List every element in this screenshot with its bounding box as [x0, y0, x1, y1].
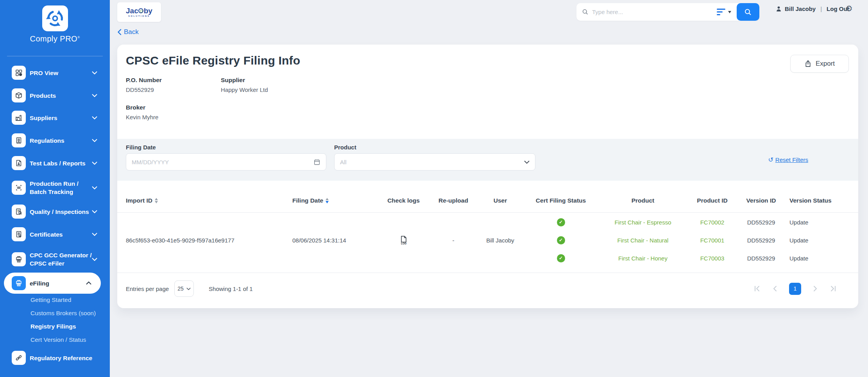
info-label: Broker: [126, 104, 158, 111]
export-label: Export: [816, 60, 835, 68]
cell-product[interactable]: First Chair - Espresso: [594, 213, 692, 231]
cell-version-status: Update: [789, 249, 850, 267]
jacoby-logo-emblem-icon: [138, 8, 143, 13]
user-name[interactable]: Bill Jacoby: [785, 5, 816, 12]
comply-pro-logo: Comply PRO®: [0, 5, 110, 43]
chevron-down-icon: [92, 116, 97, 120]
table-header-row: Import ID Filing Date Check logs Re-uplo…: [117, 188, 858, 213]
export-button[interactable]: Export: [790, 55, 849, 73]
sidebar-item-regulatory-reference[interactable]: Regulatory Reference: [0, 346, 110, 369]
col-header-product-id: Product ID: [692, 197, 733, 204]
logo-text: Comply PRO®: [0, 34, 110, 43]
svg-text:LOG: LOG: [401, 242, 406, 245]
pager: 1: [754, 283, 836, 295]
cell-product-id[interactable]: FC70001: [692, 231, 733, 249]
cell-filing-date: 08/06/2025 14:31:14: [292, 213, 373, 267]
user-menu: Bill Jacoby | Log Out: [776, 5, 849, 12]
next-page-button[interactable]: [813, 285, 818, 292]
sidebar-item-test-labs[interactable]: Test Labs / Reports: [0, 152, 110, 174]
cell-version-id: DD552929: [733, 249, 789, 267]
main-card: CPSC eFile Registry Filing Info Export P…: [117, 45, 858, 308]
check-icon: ✓: [557, 254, 565, 262]
col-header-import-id[interactable]: Import ID: [126, 197, 292, 204]
sidebar-item-quality[interactable]: Quality / Inspections: [0, 200, 110, 223]
sort-icon[interactable]: [155, 198, 158, 203]
factory-icon: [12, 111, 26, 125]
sidebar-item-products[interactable]: Products: [0, 84, 110, 107]
separator: |: [819, 5, 823, 12]
flask-report-icon: [12, 156, 26, 170]
barcode-icon: [12, 181, 26, 195]
export-icon: [804, 60, 812, 68]
cell-product[interactable]: First Chair - Natural: [594, 231, 692, 249]
sidebar-item-label: Regulations: [30, 136, 93, 145]
sidebar-item-label: Quality / Inspections: [30, 208, 93, 216]
col-header-filing-date[interactable]: Filing Date: [292, 197, 373, 204]
comply-pro-logo-icon: [42, 5, 68, 31]
info-label: Supplier: [221, 77, 268, 84]
log-file-icon[interactable]: LOG: [400, 235, 408, 245]
calendar-icon[interactable]: [313, 158, 320, 165]
previous-page-button[interactable]: [773, 285, 777, 292]
sidebar-subitem-getting-started[interactable]: Getting Started: [30, 296, 71, 303]
sidebar-item-cpc-gcc[interactable]: CPC GCC Generator /CPSC eFiler: [0, 247, 110, 272]
info-broker: Broker Kevin Myhre: [126, 104, 158, 120]
cell-version-id: DD552929: [733, 213, 789, 231]
chevron-down-icon: [92, 233, 97, 236]
sidebar-item-label: Production Run /Batch Tracking: [30, 180, 93, 196]
jacoby-logo: Jacby SOLUTIONS: [117, 2, 161, 22]
user-icon: [776, 6, 782, 12]
sidebar-item-pro-view[interactable]: PRO View: [0, 61, 110, 84]
search-input[interactable]: [592, 9, 717, 15]
showing-range-text: Showing 1-1 of 1: [209, 285, 253, 292]
entries-per-page-select[interactable]: 25: [174, 280, 194, 297]
sidebar-item-certificates[interactable]: Certificates: [0, 223, 110, 246]
sidebar-item-efiling[interactable]: eFiling: [4, 273, 101, 294]
reset-filters-link[interactable]: ↺ Reset Filters: [768, 156, 808, 163]
cell-cert-status: ✓: [528, 213, 594, 231]
sidebar-subitem-registry-filings[interactable]: Registry Filings: [30, 323, 76, 330]
cell-product-id[interactable]: FC70002: [692, 213, 733, 231]
last-page-button[interactable]: [829, 285, 836, 292]
page-number-button[interactable]: 1: [789, 283, 801, 295]
product-select-value: All: [340, 159, 524, 165]
chevron-down-icon: [92, 186, 97, 190]
sidebar-item-suppliers[interactable]: Suppliers: [0, 106, 110, 129]
info-value: Kevin Myhre: [126, 114, 158, 120]
sidebar-item-label: PRO View: [30, 69, 93, 77]
search-button[interactable]: [737, 3, 759, 21]
printer-icon: [12, 252, 26, 266]
cell-product-id[interactable]: FC70003: [692, 249, 733, 267]
sidebar-item-regulations[interactable]: Regulations: [0, 129, 110, 152]
search-filter-dropdown[interactable]: [717, 9, 731, 15]
cell-version-status: Update: [789, 231, 850, 249]
sidebar-subitem-customs-brokers[interactable]: Customs Brokers (soon): [30, 310, 96, 317]
info-value: Happy Worker Ltd: [221, 86, 268, 93]
chevron-down-icon: [92, 94, 97, 97]
check-icon: ✓: [557, 218, 565, 226]
col-header-re-upload: Re-upload: [434, 197, 473, 204]
sidebar-subitem-cert-version[interactable]: Cert Version / Status: [30, 336, 86, 343]
sidebar-divider: [7, 56, 103, 56]
cell-product[interactable]: First Chair - Honey: [594, 249, 692, 267]
page-title: CPSC eFile Registry Filing Info: [126, 54, 300, 67]
sidebar-item-label: Regulatory Reference: [30, 354, 93, 362]
filing-date-input[interactable]: [132, 159, 313, 165]
document-icon: [12, 133, 26, 147]
inspection-icon: [12, 205, 26, 219]
chevron-down-icon: [92, 71, 97, 75]
back-button[interactable]: Back: [117, 28, 139, 36]
grid-icon: [12, 66, 26, 80]
filing-date-field: [126, 153, 326, 171]
sidebar: Comply PRO® PRO View Products Suppliers: [0, 0, 110, 377]
product-select[interactable]: All: [334, 153, 535, 171]
filing-date-label: Filing Date: [126, 144, 156, 151]
search-icon: [582, 9, 589, 15]
sidebar-item-production-run[interactable]: Production Run /Batch Tracking: [0, 175, 110, 200]
first-page-button[interactable]: [754, 285, 761, 292]
gear-icon[interactable]: ⚙: [845, 4, 853, 13]
cell-check-logs: LOG: [373, 213, 434, 267]
sort-icon[interactable]: [326, 198, 329, 203]
pagination-bar: Entries per page 25 Showing 1-1 of 1 1: [117, 278, 858, 300]
entries-value: 25: [177, 285, 184, 292]
